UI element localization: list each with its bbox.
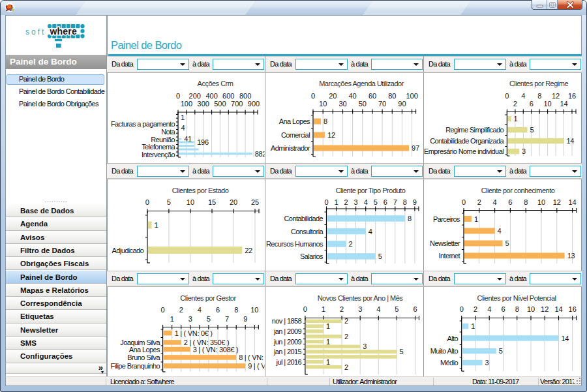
- svg-text:soft: soft: [25, 27, 46, 37]
- svg-text:where: where: [50, 26, 77, 37]
